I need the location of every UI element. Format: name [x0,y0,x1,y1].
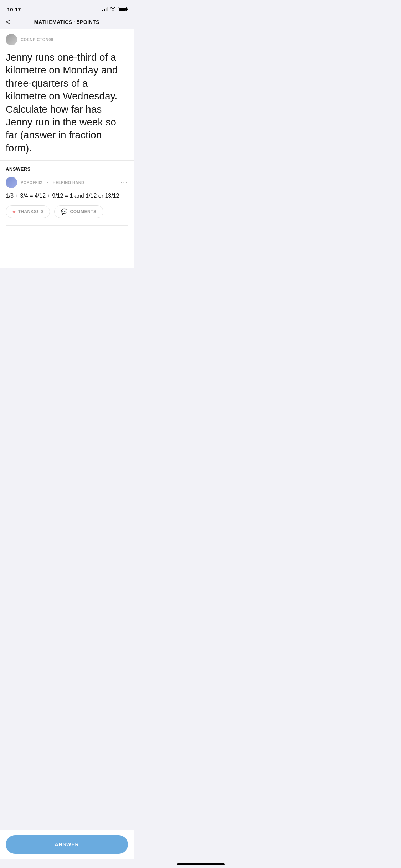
heart-icon: ♥ [12,209,16,215]
question-avatar [6,34,17,45]
wifi-icon [110,6,116,12]
nav-header: < MATHEMATICS · 5POINTS [0,16,134,29]
answer-user-row: POPOFF32 · HELPING HAND ··· [6,177,128,188]
question-text: Jenny runs one-third of a kilometre on M… [6,51,128,155]
question-more-button[interactable]: ··· [120,36,128,43]
answer-user-info: POPOFF32 · HELPING HAND [6,177,84,188]
answer-badge-separator: · [46,180,49,185]
signal-icon [102,7,108,11]
question-section: COENPICTON09 ··· Jenny runs one-third of… [0,29,134,160]
thanks-label: THANKS! [18,209,38,214]
thanks-count: 0 [41,209,43,214]
question-user-row: COENPICTON09 ··· [6,34,128,45]
question-user-info: COENPICTON09 [6,34,53,45]
back-button[interactable]: < [6,17,10,27]
comment-icon: 💬 [61,208,68,215]
comments-button[interactable]: 💬 COMMENTS [54,205,103,218]
battery-icon [118,7,127,11]
answer-avatar [6,177,17,188]
comments-label: COMMENTS [70,209,97,214]
action-buttons: ♥ THANKS! 0 💬 COMMENTS [6,205,128,218]
status-icons [102,6,127,12]
status-bar: 10:17 [0,0,134,16]
thanks-button[interactable]: ♥ THANKS! 0 [6,205,50,218]
answer-text: 1/3 + 3/4 = 4/12 + 9/12 = 1 and 1/12 or … [6,192,128,200]
answers-label: ANSWERS [6,166,128,172]
answers-section: ANSWERS POPOFF32 · HELPING HAND ··· 1/3 … [0,160,134,268]
nav-title: MATHEMATICS · 5POINTS [34,19,99,25]
answer-username: POPOFF32 [21,180,42,185]
answer-more-button[interactable]: ··· [120,179,128,186]
question-username: COENPICTON09 [21,37,53,42]
empty-space [6,226,128,268]
answer-item: POPOFF32 · HELPING HAND ··· 1/3 + 3/4 = … [6,177,128,226]
status-time: 10:17 [7,6,21,12]
main-content: COENPICTON09 ··· Jenny runs one-third of… [0,29,134,268]
answer-badge: HELPING HAND [53,180,84,185]
